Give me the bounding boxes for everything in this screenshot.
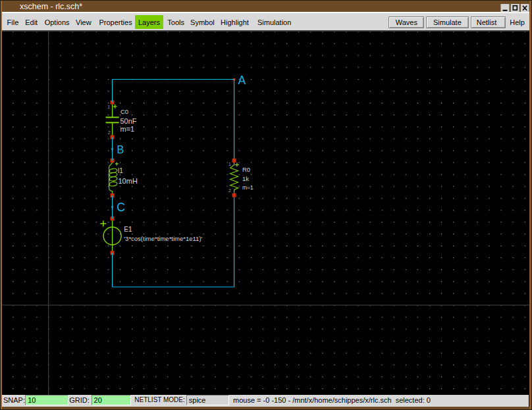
svg-text:B: B: [117, 144, 124, 155]
svg-text:E1: E1: [124, 226, 132, 233]
svg-text:R0: R0: [242, 166, 250, 173]
svg-text:2: 2: [228, 188, 231, 193]
svg-text:50nF: 50nF: [120, 117, 137, 125]
svg-text:C0: C0: [120, 108, 128, 115]
svg-text:A: A: [238, 74, 246, 87]
svg-text:m=1: m=1: [120, 125, 135, 133]
svg-text:'3*cos(time*time*time*1e11)': '3*cos(time*time*time*1e11)': [124, 235, 202, 242]
svg-text:10mH: 10mH: [119, 177, 138, 185]
svg-text:2: 2: [108, 130, 111, 135]
svg-text:1: 1: [107, 105, 110, 109]
svg-text:1k: 1k: [242, 175, 249, 182]
svg-text:C: C: [117, 201, 125, 214]
svg-text:m=1: m=1: [242, 184, 253, 191]
svg-text:1: 1: [228, 162, 231, 167]
svg-text:l1: l1: [118, 167, 123, 174]
